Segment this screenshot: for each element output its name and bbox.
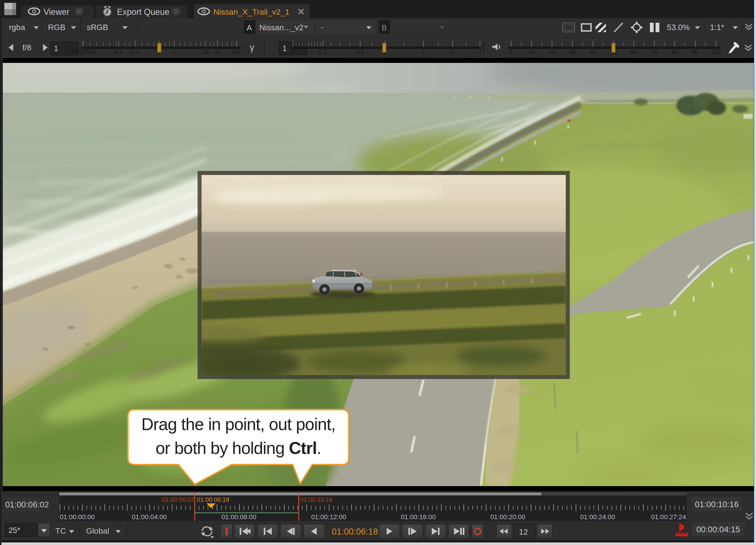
svg-text:01:00:24:00: 01:00:24:00 [580, 513, 615, 521]
svg-text:0.015625: 0.015625 [71, 48, 95, 55]
svg-text:0.1: 0.1 [115, 48, 123, 55]
svg-text:80: 80 [671, 48, 678, 55]
svg-text:30: 30 [569, 48, 576, 55]
svg-text:0.1: 0.1 [319, 48, 327, 55]
svg-text:01:00:06:18: 01:00:06:18 [197, 496, 229, 503]
svg-text:10: 10 [202, 48, 208, 55]
svg-text:3: 3 [451, 48, 454, 55]
svg-text:60: 60 [631, 48, 637, 55]
svg-text:64: 64 [233, 48, 240, 55]
svg-text:01:00:20:00: 01:00:20:00 [490, 513, 525, 521]
svg-text:20: 20 [214, 48, 221, 55]
svg-text:90: 90 [692, 48, 699, 55]
svg-text:0: 0 [291, 48, 295, 55]
svg-text:70: 70 [651, 48, 658, 55]
svg-text:100: 100 [711, 48, 721, 55]
svg-text:01:00:00:00: 01:00:00:00 [60, 513, 95, 521]
svg-text:01:00:10:16: 01:00:10:16 [300, 496, 333, 503]
svg-text:01:00:08:00: 01:00:08:00 [221, 513, 256, 521]
svg-text:0.2: 0.2 [131, 48, 139, 55]
svg-text:01:00:27:24: 01:00:27:24 [651, 513, 686, 521]
svg-text:01:00:04:00: 01:00:04:00 [132, 513, 167, 521]
svg-text:0: 0 [510, 48, 513, 55]
svg-text:40: 40 [590, 48, 596, 55]
svg-text:01:00:16:00: 01:00:16:00 [401, 513, 436, 521]
svg-text:2: 2 [422, 48, 425, 55]
svg-text:0.5: 0.5 [356, 48, 364, 55]
svg-text:4: 4 [478, 48, 482, 55]
svg-text:20: 20 [549, 48, 555, 55]
svg-text:01:00:06:02: 01:00:06:02 [162, 496, 194, 503]
svg-text:10: 10 [528, 48, 535, 55]
svg-text:2: 2 [173, 48, 176, 55]
svg-text:01:00:12:00: 01:00:12:00 [311, 513, 346, 521]
